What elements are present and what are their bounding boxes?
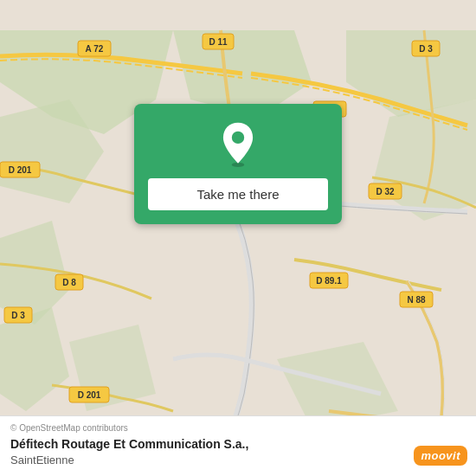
location-card: Take me there bbox=[134, 104, 342, 224]
svg-text:D 3: D 3 bbox=[419, 44, 433, 54]
place-city: SaintEtienne bbox=[10, 453, 74, 466]
moovit-logo: moovit bbox=[414, 446, 467, 466]
svg-text:D 201: D 201 bbox=[78, 390, 101, 400]
svg-text:D 89.1: D 89.1 bbox=[316, 276, 342, 286]
svg-point-34 bbox=[232, 132, 244, 144]
map-roads: A 72 D 11 D 3 A 72 D 201 D 32 D 8 D 3 D … bbox=[0, 0, 476, 476]
moovit-logo-text: moovit bbox=[421, 449, 460, 462]
place-info: Défitech Routage Et Communication S.a., … bbox=[10, 436, 466, 467]
map-container: A 72 D 11 D 3 A 72 D 201 D 32 D 8 D 3 D … bbox=[0, 0, 476, 476]
place-name: Défitech Routage Et Communication S.a., bbox=[10, 437, 248, 451]
bottom-bar: © OpenStreetMap contributors Défitech Ro… bbox=[0, 415, 476, 476]
svg-text:N 88: N 88 bbox=[407, 295, 426, 305]
map-attribution: © OpenStreetMap contributors bbox=[10, 423, 466, 433]
location-pin-icon bbox=[215, 121, 261, 168]
svg-text:D 32: D 32 bbox=[376, 187, 395, 196]
svg-text:D 3: D 3 bbox=[11, 311, 25, 320]
svg-text:D 11: D 11 bbox=[209, 37, 228, 47]
svg-text:A 72: A 72 bbox=[86, 44, 104, 54]
svg-text:D 8: D 8 bbox=[62, 278, 76, 287]
take-me-there-button[interactable]: Take me there bbox=[148, 178, 328, 210]
svg-text:D 201: D 201 bbox=[9, 165, 32, 175]
